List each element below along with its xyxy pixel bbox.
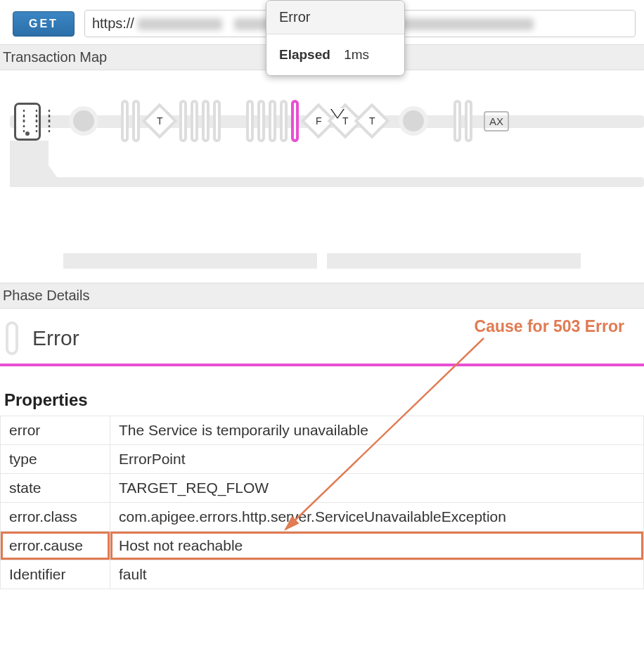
tooltip-title: Error <box>266 1 404 34</box>
property-value: TARGET_REQ_FLOW <box>110 474 644 503</box>
url-mask-1 <box>138 18 222 30</box>
step-bar[interactable] <box>246 100 254 142</box>
section-phase-details: Phase Details <box>0 283 644 309</box>
property-row: errorThe Service is temporarily unavaila… <box>1 416 644 445</box>
step-bar[interactable] <box>465 100 472 142</box>
url-prefix: https:// <box>92 15 134 31</box>
step-bar[interactable] <box>213 100 221 142</box>
property-key: error.cause <box>1 532 110 560</box>
property-row: typeErrorPoint <box>1 445 644 474</box>
step-bar[interactable] <box>191 100 198 142</box>
step-bar-selected[interactable] <box>291 100 299 142</box>
client-device-icon <box>14 103 41 141</box>
condition-diamond[interactable]: T <box>142 103 178 139</box>
properties-heading: Properties <box>0 366 644 416</box>
property-value: ErrorPoint <box>110 445 644 474</box>
flow-return-icon <box>10 177 644 187</box>
property-key: error <box>1 416 110 445</box>
proxy-endpoint-icon[interactable] <box>73 110 94 131</box>
tooltip-error: Error Elapsed 1ms <box>266 0 405 76</box>
placeholder-bar-icon <box>327 253 581 269</box>
phase-name: Error <box>32 326 79 350</box>
tooltip-body: Elapsed 1ms <box>266 34 404 75</box>
property-key: type <box>1 445 110 474</box>
step-bar[interactable] <box>280 100 288 142</box>
placeholder-region <box>0 211 644 283</box>
step-bar[interactable] <box>179 100 187 142</box>
property-value: fault <box>110 560 644 589</box>
http-method-button[interactable]: GET <box>13 11 75 37</box>
property-value: The Service is temporarily unavailable <box>110 416 644 445</box>
target-endpoint-icon[interactable] <box>403 110 424 131</box>
property-row: Identifierfault <box>1 560 644 589</box>
condition-diamond[interactable]: T <box>354 103 390 139</box>
step-bar[interactable] <box>202 100 210 142</box>
analytics-badge[interactable]: AX <box>484 111 509 131</box>
placeholder-bar-icon <box>63 253 317 269</box>
properties-table: errorThe Service is temporarily unavaila… <box>0 416 644 589</box>
tooltip-elapsed-value: 1ms <box>344 47 369 62</box>
step-bar[interactable] <box>257 100 265 142</box>
annotation-label: Cause for 503 Error <box>475 317 624 336</box>
phase-detail-panel: Error Cause for 503 Error Properties err… <box>0 309 644 589</box>
property-row: error.classcom.apigee.errors.http.server… <box>1 503 644 532</box>
tooltip-elapsed-label: Elapsed <box>279 47 330 62</box>
property-value: com.apigee.errors.http.server.ServiceUna… <box>110 503 644 532</box>
step-bar[interactable] <box>269 100 276 142</box>
property-row: error.causeHost not reachable <box>1 532 644 560</box>
phase-step-icon <box>6 321 18 355</box>
flow-nodes: T F T T AX <box>73 100 509 142</box>
property-row: stateTARGET_REQ_FLOW <box>1 474 644 503</box>
property-key: state <box>1 474 110 503</box>
transaction-map: T F T T AX <box>0 70 644 211</box>
property-key: error.class <box>1 503 110 532</box>
step-bar[interactable] <box>453 100 461 142</box>
tooltip-caret-icon <box>330 109 344 119</box>
step-bar[interactable] <box>121 100 129 142</box>
step-bar[interactable] <box>132 100 140 142</box>
property-key: Identifier <box>1 560 110 589</box>
property-value: Host not reachable <box>110 532 644 560</box>
